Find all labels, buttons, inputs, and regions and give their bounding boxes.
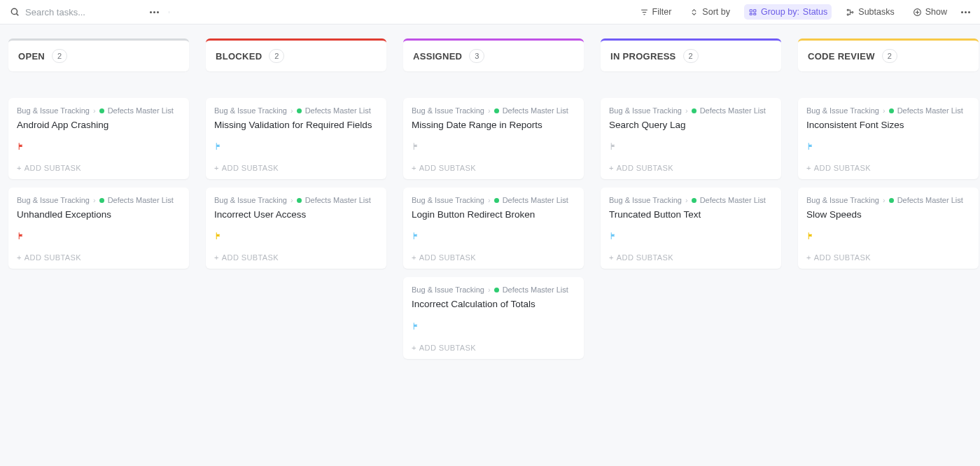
column-assigned: ASSIGNED 3 Bug & Issue Tracking › Defect… [403,38,584,359]
add-subtask-button[interactable]: +ADD SUBTASK [412,253,575,262]
breadcrumb-project[interactable]: Bug & Issue Tracking [412,285,484,294]
breadcrumb-project[interactable]: Bug & Issue Tracking [412,196,484,204]
column-title: IN PROGRESS [610,51,676,62]
add-subtask-button[interactable]: +ADD SUBTASK [17,253,181,262]
task-card[interactable]: Bug & Issue Tracking › Defects Master Li… [8,188,189,269]
task-card[interactable]: Bug & Issue Tracking › Defects Master Li… [403,188,584,269]
list-status-dot-icon [692,198,696,203]
breadcrumb-list[interactable]: Defects Master List [503,285,568,294]
task-card[interactable]: Bug & Issue Tracking › Defects Master Li… [206,98,386,179]
priority-flag-icon [412,321,421,331]
add-subtask-button[interactable]: +ADD SUBTASK [609,164,773,172]
plus-icon: + [609,253,614,262]
add-subtask-label: ADD SUBTASK [419,164,476,172]
task-title: Missing Validation for Required Fields [214,119,378,132]
breadcrumb-project[interactable]: Bug & Issue Tracking [806,106,879,115]
add-subtask-button[interactable]: +ADD SUBTASK [412,164,575,172]
add-subtask-label: ADD SUBTASK [24,253,81,262]
breadcrumb-list[interactable]: Defects Master List [897,196,963,204]
task-card[interactable]: Bug & Issue Tracking › Defects Master Li… [601,98,781,179]
breadcrumb-list[interactable]: Defects Master List [108,106,174,115]
breadcrumb-list[interactable]: Defects Master List [700,196,766,204]
priority-flag-icon [17,141,26,151]
toolbar-overflow-icon[interactable] [961,11,970,13]
search-input[interactable] [25,7,130,17]
column-header[interactable]: OPEN 2 [8,38,189,71]
breadcrumb-project[interactable]: Bug & Issue Tracking [412,106,484,115]
svg-point-0 [11,8,17,14]
column-header[interactable]: ASSIGNED 3 [403,38,584,71]
column-header[interactable]: BLOCKED 2 [206,38,386,71]
groupby-button[interactable]: Group by: Status [744,4,832,20]
breadcrumb-project[interactable]: Bug & Issue Tracking [17,196,90,204]
search-icon [10,7,20,17]
groupby-value: Status [803,7,827,17]
show-button[interactable]: Show [909,4,951,20]
task-card[interactable]: Bug & Issue Tracking › Defects Master Li… [403,277,584,358]
breadcrumb-list[interactable]: Defects Master List [700,106,766,115]
breadcrumb: Bug & Issue Tracking › Defects Master Li… [214,196,378,204]
subtasks-button[interactable]: Subtasks [841,4,898,20]
plus-icon: + [806,253,811,262]
breadcrumb-project[interactable]: Bug & Issue Tracking [806,196,879,204]
breadcrumb-list[interactable]: Defects Master List [503,196,568,204]
add-subtask-button[interactable]: +ADD SUBTASK [806,164,970,172]
filter-button[interactable]: Filter [636,4,676,20]
card-list: Bug & Issue Tracking › Defects Master Li… [403,98,584,359]
list-status-dot-icon [494,288,499,292]
plus-icon: + [214,164,219,172]
task-card[interactable]: Bug & Issue Tracking › Defects Master Li… [798,188,979,269]
breadcrumb-list[interactable]: Defects Master List [305,106,371,115]
plus-icon: + [412,253,416,262]
chevron-right-icon: › [685,106,688,115]
chevron-right-icon: › [290,106,293,115]
task-title: Android App Crashing [17,119,181,132]
chevron-right-icon: › [290,196,293,204]
add-subtask-button[interactable]: +ADD SUBTASK [214,164,378,172]
breadcrumb-project[interactable]: Bug & Issue Tracking [17,106,90,115]
add-subtask-button[interactable]: +ADD SUBTASK [214,253,378,262]
add-subtask-button[interactable]: +ADD SUBTASK [609,253,773,262]
chevron-right-icon: › [488,285,491,294]
task-title: Login Button Redirect Broken [412,209,575,221]
breadcrumb-list[interactable]: Defects Master List [305,196,371,204]
add-subtask-label: ADD SUBTASK [814,253,871,262]
task-card[interactable]: Bug & Issue Tracking › Defects Master Li… [206,188,386,269]
add-subtask-label: ADD SUBTASK [419,253,476,262]
add-subtask-button[interactable]: +ADD SUBTASK [806,253,970,262]
task-card[interactable]: Bug & Issue Tracking › Defects Master Li… [798,98,979,179]
more-options-icon[interactable] [150,11,159,13]
breadcrumb-list[interactable]: Defects Master List [108,196,174,204]
task-card[interactable]: Bug & Issue Tracking › Defects Master Li… [8,98,189,179]
breadcrumb-project[interactable]: Bug & Issue Tracking [609,106,682,115]
toolbar-more-wrap [140,11,169,13]
column-count: 3 [469,49,484,63]
add-subtask-button[interactable]: +ADD SUBTASK [17,164,181,172]
breadcrumb-project[interactable]: Bug & Issue Tracking [214,106,287,115]
list-status-dot-icon [494,108,499,113]
add-subtask-label: ADD SUBTASK [222,164,279,172]
add-subtask-label: ADD SUBTASK [617,253,673,262]
task-title: Unhandled Exceptions [17,209,181,221]
task-card[interactable]: Bug & Issue Tracking › Defects Master Li… [403,98,584,179]
column-header[interactable]: CODE REVIEW 2 [798,38,979,71]
breadcrumb-list[interactable]: Defects Master List [503,106,568,115]
priority-flag-icon [17,231,26,241]
breadcrumb-list[interactable]: Defects Master List [897,106,963,115]
chevron-right-icon: › [883,196,886,204]
column-count: 2 [269,49,284,63]
svg-rect-5 [750,9,752,11]
breadcrumb-project[interactable]: Bug & Issue Tracking [609,196,682,204]
subtasks-icon [846,8,855,17]
chevron-right-icon: › [488,196,491,204]
task-card[interactable]: Bug & Issue Tracking › Defects Master Li… [601,188,781,269]
column-header[interactable]: IN PROGRESS 2 [601,38,781,71]
add-subtask-button[interactable]: +ADD SUBTASK [412,344,575,352]
plus-icon: + [214,253,219,262]
toolbar: Filter Sort by Group by: Status Subtasks [0,0,980,24]
sortby-button[interactable]: Sort by [685,4,734,20]
task-title: Missing Date Range in Reports [412,119,575,132]
column-title: CODE REVIEW [808,51,875,62]
show-icon [913,8,922,17]
breadcrumb-project[interactable]: Bug & Issue Tracking [214,196,287,204]
